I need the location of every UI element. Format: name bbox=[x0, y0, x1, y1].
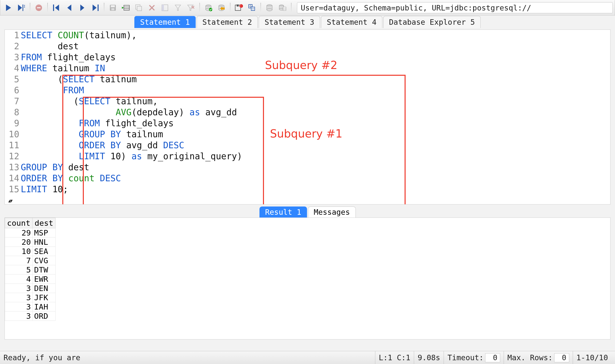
tab-result-1[interactable]: Result 1 bbox=[259, 206, 307, 218]
table-row[interactable]: 7CVG bbox=[5, 256, 56, 265]
table-row[interactable]: 4EWR bbox=[5, 274, 56, 284]
svg-marker-25 bbox=[175, 5, 181, 10]
execute-cursor-icon[interactable]: I bbox=[15, 2, 27, 14]
append-results-icon[interactable] bbox=[246, 2, 258, 14]
table-row[interactable]: 10SEA bbox=[5, 247, 56, 256]
select-cols-icon bbox=[159, 2, 171, 14]
clear-filter-icon bbox=[185, 2, 197, 14]
connection-text: User=dataguy, Schema=public, URL=jdbc:po… bbox=[301, 4, 531, 12]
svg-marker-18 bbox=[122, 7, 124, 9]
svg-marker-8 bbox=[67, 4, 71, 11]
table-row[interactable]: 20HNL bbox=[5, 238, 56, 247]
svg-point-49 bbox=[267, 8, 272, 11]
table-row[interactable]: 29MSP bbox=[5, 228, 56, 238]
table-row[interactable]: 3IAH bbox=[5, 302, 56, 312]
delete-row-icon bbox=[146, 2, 158, 14]
result-tabs: Result 1Messages bbox=[0, 206, 615, 218]
code-line: LIMIT 10) as my_original_query) bbox=[21, 151, 610, 162]
table-row[interactable]: 3JFK bbox=[5, 293, 56, 302]
tab-statement-5[interactable]: Database Explorer 5 bbox=[383, 16, 481, 28]
next-icon[interactable] bbox=[76, 2, 88, 14]
status-bar: Ready, if you are L:1 C:1 9.08s Timeout:… bbox=[0, 351, 615, 364]
svg-marker-10 bbox=[93, 4, 97, 11]
result-grid[interactable]: countdest29MSP20HNL10SEA7CVG5DTW4EWR3DEN… bbox=[5, 218, 610, 340]
code-line: (SELECT tailnum, bbox=[21, 96, 610, 107]
svg-rect-24 bbox=[162, 5, 164, 11]
execute-icon[interactable] bbox=[2, 2, 14, 14]
db-explorer-icon[interactable] bbox=[276, 2, 288, 14]
table-row[interactable]: 3DEN bbox=[5, 284, 56, 293]
filter-icon bbox=[172, 2, 184, 14]
prev-icon[interactable] bbox=[63, 2, 75, 14]
svg-rect-53 bbox=[283, 7, 286, 10]
svg-rect-2 bbox=[23, 4, 23, 11]
table-row[interactable]: 5DTW bbox=[5, 265, 56, 274]
column-header[interactable]: dest bbox=[33, 218, 56, 228]
column-header[interactable]: count bbox=[5, 218, 33, 228]
row-range: 1-10/10 bbox=[573, 351, 611, 364]
tab-result-2[interactable]: Messages bbox=[308, 206, 356, 218]
tab-statement-2[interactable]: Statement 2 bbox=[197, 16, 258, 28]
code-line: GROUP BY dest bbox=[21, 162, 610, 173]
toolbar: I ! User=dataguy, Schema=public, URL=jdb… bbox=[0, 0, 615, 16]
code-line: FROM bbox=[21, 85, 610, 96]
first-icon[interactable] bbox=[50, 2, 62, 14]
status-message: Ready, if you are bbox=[4, 353, 80, 362]
copy-row-icon bbox=[133, 2, 145, 14]
svg-marker-7 bbox=[55, 4, 59, 11]
split-handle-icon[interactable]: ▲▼ bbox=[8, 198, 12, 203]
exec-time: 9.08s bbox=[414, 351, 444, 364]
last-icon[interactable] bbox=[89, 2, 101, 14]
connection-info[interactable]: User=dataguy, Schema=public, URL=jdbc:po… bbox=[297, 2, 613, 13]
code-line: AVG(depdelay) as avg_dd bbox=[21, 107, 610, 118]
maxrows-field: Max. Rows: 0 bbox=[504, 351, 573, 364]
cursor-position: L:1 C:1 bbox=[375, 351, 414, 364]
statement-tabs: Statement 1Statement 2Statement 3Stateme… bbox=[0, 16, 615, 28]
insert-row-icon[interactable] bbox=[120, 2, 132, 14]
svg-rect-15 bbox=[124, 5, 129, 10]
commit-icon[interactable] bbox=[202, 2, 214, 14]
code-area[interactable]: SELECT COUNT(tailnum), destFROM flight_d… bbox=[21, 30, 610, 195]
subquery1-label: Subquery #1 bbox=[270, 127, 343, 140]
svg-marker-38 bbox=[237, 4, 239, 6]
sql-editor[interactable]: 123456789101112131415 SELECT COUNT(tailn… bbox=[5, 30, 610, 204]
svg-rect-14 bbox=[111, 8, 114, 10]
subquery2-label: Subquery #2 bbox=[265, 59, 338, 72]
code-line: LIMIT 10; bbox=[21, 184, 610, 195]
code-line: ORDER BY count DESC bbox=[21, 173, 610, 184]
code-line: SELECT COUNT(tailnum), bbox=[21, 30, 610, 41]
svg-marker-0 bbox=[6, 4, 11, 11]
code-line: (SELECT tailnum bbox=[21, 74, 610, 85]
svg-rect-6 bbox=[53, 4, 54, 11]
svg-marker-9 bbox=[80, 4, 84, 11]
svg-rect-13 bbox=[111, 5, 115, 7]
svg-marker-1 bbox=[18, 4, 22, 11]
code-line: dest bbox=[21, 41, 610, 52]
db-icon[interactable] bbox=[263, 2, 275, 14]
timeout-field: Timeout: 0 bbox=[444, 351, 504, 364]
code-line: ORDER BY avg_dd DESC bbox=[21, 140, 610, 151]
tab-statement-4[interactable]: Statement 4 bbox=[321, 16, 382, 28]
ignore-errors-icon[interactable]: ! bbox=[233, 2, 245, 14]
rollback-icon[interactable] bbox=[215, 2, 227, 14]
svg-rect-20 bbox=[137, 6, 142, 11]
svg-rect-5 bbox=[37, 7, 41, 8]
tab-statement-3[interactable]: Statement 3 bbox=[259, 16, 320, 28]
svg-text:I: I bbox=[24, 4, 25, 8]
tab-statement-1[interactable]: Statement 1 bbox=[134, 16, 196, 28]
save-icon bbox=[107, 2, 119, 14]
svg-rect-11 bbox=[98, 4, 99, 11]
table-row[interactable]: 3ORD bbox=[5, 312, 56, 321]
timeout-value[interactable]: 0 bbox=[485, 353, 500, 362]
maxrows-value[interactable]: 0 bbox=[554, 353, 569, 362]
svg-text:!: ! bbox=[240, 4, 241, 8]
line-gutter: 123456789101112131415 bbox=[5, 30, 21, 195]
stop-icon bbox=[33, 2, 45, 14]
